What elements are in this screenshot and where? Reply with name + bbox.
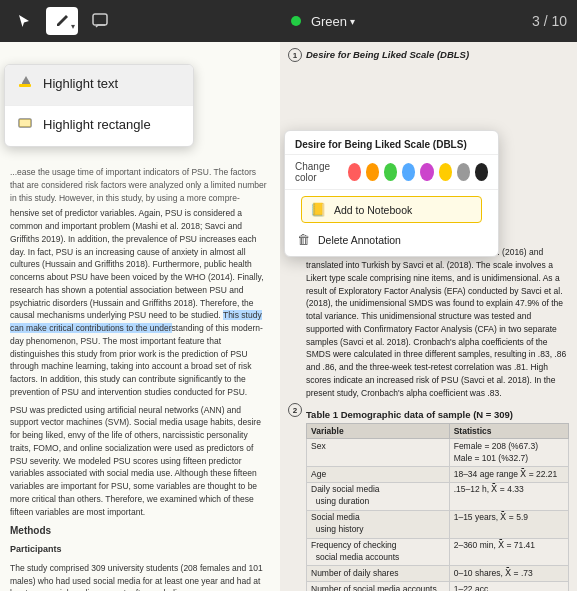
color-orange[interactable] [366, 163, 379, 181]
annotation-popup-header: Desire for Being Liked Scale (DBLS) [285, 131, 498, 155]
highlight-menu: Highlight text Highlight rectangle [4, 64, 194, 147]
green-dot-icon [291, 16, 301, 26]
cell-accounts-value: 1–22 acc... [449, 582, 568, 591]
section-title-text: Desire for Being Liked Scale (DBLS) [306, 49, 469, 60]
highlight-text-icon [17, 74, 33, 96]
status-dropdown-arrow: ▾ [350, 16, 355, 27]
cell-freq-value: 2–360 min, X̄ = 71.41 [449, 538, 568, 566]
notebook-icon: 📒 [310, 202, 326, 217]
add-notebook-label: Add to Notebook [334, 204, 412, 216]
color-black[interactable] [475, 163, 488, 181]
pencil-dropdown-arrow: ▾ [71, 22, 75, 31]
table-row: Sex Female = 208 (%67.3)Male = 101 (%32.… [307, 439, 569, 467]
color-purple[interactable] [420, 163, 433, 181]
color-blue[interactable] [402, 163, 415, 181]
cell-social-history-label: Social media using history [307, 510, 450, 538]
change-color-label: Change color [295, 161, 339, 183]
table-row: Frequency of checking social media accou… [307, 538, 569, 566]
highlight-text-label: Highlight text [43, 75, 118, 94]
section-title-dbls: Desire for Being Liked Scale (DBLS) [306, 48, 569, 61]
table-header-row: Variable Statistics [307, 424, 569, 439]
col-statistics: Statistics [449, 424, 568, 439]
section-title-prefix: Desire for Being Liked Scale (DBLS) [306, 49, 469, 60]
table-row: Social media using history 1–15 years, X… [307, 510, 569, 538]
color-green[interactable] [384, 163, 397, 181]
svg-rect-4 [19, 119, 31, 127]
annotation-title-prefix: Desire for Being Liked Scale [295, 139, 433, 150]
section-number-2: 2 [288, 403, 302, 417]
col-variable: Variable [307, 424, 450, 439]
cell-sex-label: Sex [307, 439, 450, 467]
cell-social-daily-value: .15–12 h, X̄ = 4.33 [449, 482, 568, 510]
cell-age-label: Age [307, 467, 450, 483]
highlight-text-menu-item[interactable]: Highlight text [5, 65, 193, 106]
smds-text: The DBLS was developed by van den Eijnde… [306, 246, 569, 399]
right-panel: 1 Desire for Being Liked Scale (DBLS) De… [280, 42, 577, 591]
cell-social-history-value: 1–15 years, X̄ = 5.9 [449, 510, 568, 538]
participants-text: The study comprised 309 university stude… [10, 562, 270, 591]
add-to-notebook-button[interactable]: 📒 Add to Notebook [301, 196, 482, 223]
cursor-icon[interactable] [10, 7, 38, 35]
section-number-1: 1 [288, 48, 302, 62]
doc-para-2: hensive set of predictor variables. Agai… [10, 207, 270, 398]
doc-para-1: ...ease the usage time of important indi… [10, 166, 270, 204]
main-area: Highlight text Highlight rectangle ...ea… [0, 42, 577, 591]
svg-rect-1 [19, 84, 31, 87]
delete-annotation-label: Delete Annotation [318, 234, 401, 246]
annotation-popup: Desire for Being Liked Scale (DBLS) Chan… [284, 130, 499, 257]
cell-freq-label: Frequency of checking social media accou… [307, 538, 450, 566]
highlight-rect-icon [17, 115, 33, 137]
table-title: Table 1 Demographic data of sample (N = … [306, 409, 569, 420]
annotation-title-abbr: (DBLS) [433, 139, 467, 150]
table-row: Age 18–34 age range X̄ = 22.21 [307, 467, 569, 483]
document-text: ...ease the usage time of important indi… [10, 166, 270, 591]
color-yellow[interactable] [439, 163, 452, 181]
cell-social-daily-label: Daily social media using duration [307, 482, 450, 510]
cell-age-value: 18–34 age range X̄ = 22.21 [449, 467, 568, 483]
participants-header: Participants [10, 543, 270, 557]
delete-annotation-button[interactable]: 🗑 Delete Annotation [293, 227, 490, 252]
comment-icon[interactable] [86, 7, 114, 35]
svg-rect-0 [93, 14, 107, 25]
color-picker-row: Change color [285, 155, 498, 190]
table-row: Number of daily shares 0–10 shares, X̄ =… [307, 566, 569, 582]
cell-shares-value: 0–10 shares, X̄ = .73 [449, 566, 568, 582]
document-panel: Highlight text Highlight rectangle ...ea… [0, 42, 280, 591]
color-gray[interactable] [457, 163, 470, 181]
methods-header: Methods [10, 523, 270, 538]
table-row: Number of social media accounts 1–22 acc… [307, 582, 569, 591]
page-counter: 3 / 10 [532, 13, 567, 29]
cell-sex-value: Female = 208 (%67.3)Male = 101 (%32.7) [449, 439, 568, 467]
table-row: Daily social media using duration .15–12… [307, 482, 569, 510]
highlight-rectangle-label: Highlight rectangle [43, 116, 151, 135]
top-bar: ▾ Green ▾ 3 / 10 [0, 0, 577, 42]
data-table: Variable Statistics Sex Female = 208 (%6… [306, 423, 569, 591]
table-section: Table 1 Demographic data of sample (N = … [306, 409, 569, 591]
doc-para-3: PSU was predicted using artificial neura… [10, 404, 270, 519]
cell-accounts-label: Number of social media accounts [307, 582, 450, 591]
highlight-rectangle-menu-item[interactable]: Highlight rectangle [5, 106, 193, 146]
cell-shares-label: Number of daily shares [307, 566, 450, 582]
color-red[interactable] [348, 163, 361, 181]
pencil-tool-button[interactable]: ▾ [46, 7, 78, 35]
delete-icon: 🗑 [297, 232, 310, 247]
status-label: Green ▾ [311, 14, 355, 29]
top-bar-left: ▾ [10, 7, 114, 35]
svg-rect-2 [22, 83, 30, 84]
status-indicator[interactable]: Green ▾ [291, 14, 355, 29]
